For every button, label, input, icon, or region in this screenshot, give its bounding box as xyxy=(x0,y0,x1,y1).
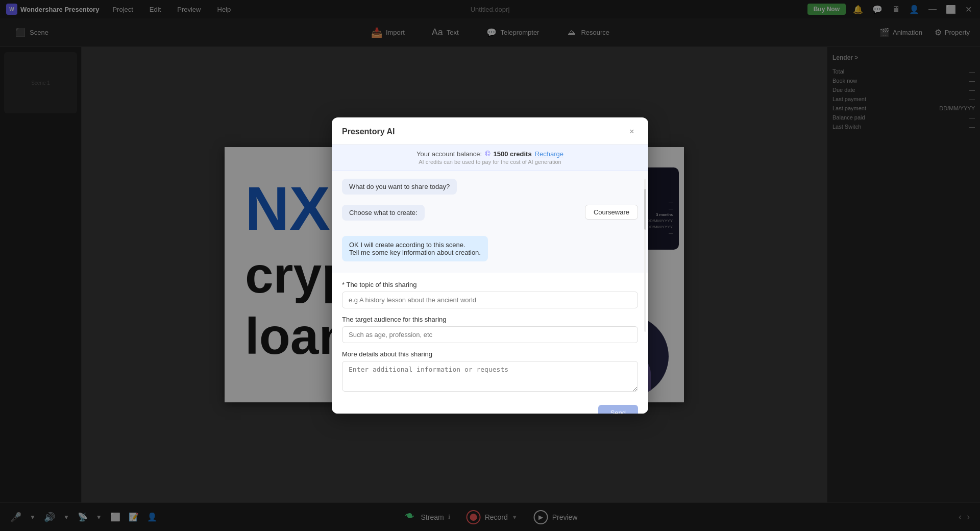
topic-label: * The topic of this sharing xyxy=(342,281,638,288)
details-group: More details about this sharing xyxy=(342,350,638,394)
topic-input[interactable] xyxy=(342,292,638,308)
presentory-ai-modal: Presentory AI × Your account balance: © … xyxy=(332,117,648,414)
courseware-button[interactable]: Courseware xyxy=(585,205,638,220)
recharge-link[interactable]: Recharge xyxy=(535,150,564,158)
topic-group: * The topic of this sharing xyxy=(342,281,638,308)
modal-title: Presentory AI xyxy=(342,127,395,136)
modal-overlay: Presentory AI × Your account balance: © … xyxy=(0,0,980,531)
audience-label: The target audience for this sharing xyxy=(342,316,638,323)
chat-question-1-block: What do you want to share today? xyxy=(342,179,638,200)
credits-text: Your account balance: © 1500 credits Rec… xyxy=(342,150,638,158)
chat-response: OK I will create according to this scene… xyxy=(342,236,488,261)
modal-chat-area: What do you want to share today? Choose … xyxy=(332,171,648,273)
chat-question-2: Choose what to create: xyxy=(342,205,425,221)
details-textarea[interactable] xyxy=(342,361,638,392)
chat-question-2-block: Choose what to create: Courseware xyxy=(342,205,638,226)
send-button[interactable]: Send xyxy=(598,405,638,414)
chat-question-1: What do you want to share today? xyxy=(342,179,457,195)
audience-group: The target audience for this sharing xyxy=(342,316,638,343)
credits-sub: AI credits can be used to pay for the co… xyxy=(342,159,638,165)
credits-bar: Your account balance: © 1500 credits Rec… xyxy=(332,144,648,171)
modal-scrollbar-thumb xyxy=(644,189,646,230)
chat-response-line1: OK I will create according to this scene… xyxy=(349,241,481,249)
modal-form: * The topic of this sharing The target a… xyxy=(332,273,648,414)
chat-response-line2: Tell me some key information about creat… xyxy=(349,249,481,256)
credits-icon: © xyxy=(485,150,490,158)
credits-label: Your account balance: xyxy=(416,150,482,158)
chat-response-block: OK I will create according to this scene… xyxy=(342,231,638,261)
audience-input[interactable] xyxy=(342,326,638,343)
modal-close-button[interactable]: × xyxy=(626,126,638,138)
details-label: More details about this sharing xyxy=(342,350,638,358)
credits-amount: 1500 credits xyxy=(493,150,531,158)
modal-scrollbar[interactable] xyxy=(644,179,646,332)
modal-header: Presentory AI × xyxy=(332,117,648,144)
form-actions: Send xyxy=(342,401,638,414)
